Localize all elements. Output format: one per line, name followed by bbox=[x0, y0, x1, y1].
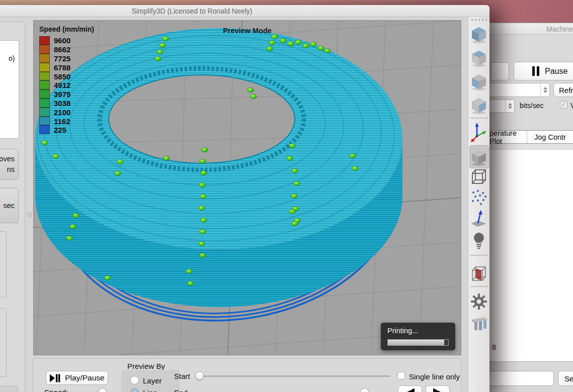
step-forward-button[interactable] bbox=[426, 385, 450, 392]
points-view-button[interactable] bbox=[469, 187, 488, 208]
legend-entry: 1162 bbox=[39, 117, 94, 126]
view-side-cube-button[interactable] bbox=[469, 95, 488, 115]
step-back-icon bbox=[405, 388, 415, 392]
axes-view-button[interactable] bbox=[469, 121, 488, 144]
start-slider-track[interactable] bbox=[197, 375, 390, 377]
speed-label: Speed: bbox=[44, 388, 68, 392]
view-top-cube-button[interactable] bbox=[469, 48, 488, 68]
tab-jog-controls[interactable]: Jog Contr bbox=[527, 131, 566, 143]
show-travel-moves-button[interactable]: oves ns bbox=[0, 149, 19, 180]
pause-button[interactable]: Pause bbox=[514, 62, 573, 80]
printing-progressbar bbox=[387, 339, 449, 346]
legend-entry: 225 bbox=[39, 126, 94, 135]
solid-view-button[interactable] bbox=[469, 147, 488, 167]
legend-entry: 9600 bbox=[39, 36, 94, 45]
step-forward-icon bbox=[433, 388, 443, 392]
radio-line[interactable] bbox=[130, 388, 139, 392]
legend-value: 5850 bbox=[50, 72, 70, 81]
speed-slider-thumb[interactable] bbox=[98, 388, 107, 392]
legend-value: 7725 bbox=[50, 54, 70, 63]
toolbar-separator-1 bbox=[470, 118, 487, 119]
connect-button-partial[interactable] bbox=[491, 62, 509, 80]
machine-tabbar: perature Plot Jog Contr bbox=[487, 130, 573, 144]
machine-title: Machine bbox=[546, 25, 573, 33]
window-titlebar[interactable]: Simplify3D (Licensed to Ronald Neely) bbox=[0, 5, 489, 17]
layer-label: Layer bbox=[143, 376, 162, 385]
log-text: 8 bbox=[492, 343, 496, 351]
legend-value: 1162 bbox=[50, 117, 70, 126]
travel-label-2: ns bbox=[7, 164, 15, 175]
normals-view-button[interactable] bbox=[469, 209, 488, 229]
end-label: End bbox=[174, 388, 188, 392]
legend-value: 2100 bbox=[50, 108, 70, 117]
supports-button[interactable] bbox=[469, 314, 488, 334]
view-toolbar bbox=[468, 17, 489, 392]
end-slider-thumb[interactable] bbox=[360, 388, 369, 392]
refresh-label: Refr bbox=[559, 86, 573, 94]
play-pause-icon bbox=[49, 374, 60, 382]
legend-value: 4912 bbox=[50, 81, 70, 89]
legend-value: 8662 bbox=[50, 45, 70, 54]
tab-content-strip bbox=[487, 144, 573, 150]
speed-legend: Speed (mm/min) 9600866277256788585049123… bbox=[39, 25, 94, 135]
panel-resize-dot[interactable] bbox=[27, 213, 32, 217]
command-input[interactable] bbox=[488, 371, 554, 386]
legend-entry: 2100 bbox=[39, 108, 94, 117]
radio-layer[interactable] bbox=[130, 376, 139, 384]
lighting-bulb-button[interactable] bbox=[469, 231, 488, 251]
left-groupbox-2 bbox=[0, 308, 7, 377]
legend-value: 9600 bbox=[50, 36, 70, 45]
baud-stepper-icon[interactable] bbox=[505, 100, 514, 112]
model-list-item: o) bbox=[9, 54, 15, 62]
play-pause-label: Play/Pause bbox=[65, 373, 104, 382]
view-front-cube-button[interactable] bbox=[469, 71, 488, 91]
play-pause-button[interactable]: Play/Pause bbox=[46, 371, 108, 385]
toolbar-separator-2 bbox=[470, 255, 487, 256]
view-default-cube-button[interactable] bbox=[469, 24, 488, 44]
legend-entry: 7725 bbox=[39, 54, 94, 63]
machine-log-area[interactable]: 8 bbox=[487, 150, 573, 361]
verbose-checkbox[interactable]: ✓ bbox=[560, 101, 567, 109]
simplify3d-window: Simplify3D (Licensed to Ronald Neely) o)… bbox=[0, 5, 489, 392]
send-label: Se bbox=[564, 374, 573, 383]
legend-entry: 6788 bbox=[39, 63, 94, 72]
send-button[interactable]: Se bbox=[558, 371, 573, 386]
cross-section-button[interactable] bbox=[469, 263, 488, 283]
step-back-button[interactable] bbox=[398, 385, 422, 392]
legend-swatch bbox=[39, 80, 50, 89]
preview-mode-label: Preview Mode bbox=[34, 27, 461, 35]
left-groupbox-3 bbox=[0, 386, 18, 392]
printing-popup: Printing... bbox=[381, 323, 455, 350]
settings-gear-button[interactable] bbox=[469, 291, 488, 312]
legend-value: 6788 bbox=[50, 63, 70, 72]
single-line-checkbox[interactable] bbox=[397, 372, 405, 379]
tab-temperature-plot[interactable]: perature Plot bbox=[487, 131, 527, 143]
line-label: Line bbox=[143, 388, 157, 392]
port-combobox[interactable] bbox=[488, 83, 550, 97]
start-slider-thumb[interactable] bbox=[195, 371, 204, 380]
combo-stepper-icon[interactable] bbox=[540, 83, 549, 96]
machine-titlebar[interactable]: Machine bbox=[487, 23, 573, 35]
legend-entry: 4912 bbox=[39, 81, 94, 90]
toolbar-separator-3 bbox=[470, 286, 487, 287]
preview-viewport[interactable]: Speed (mm/min) 9600866277256788585049123… bbox=[33, 20, 461, 355]
baud-rate-field[interactable] bbox=[488, 100, 515, 113]
wireframe-view-button[interactable] bbox=[469, 166, 488, 186]
legend-entry: 3038 bbox=[39, 99, 94, 108]
window-title: Simplify3D (Licensed to Ronald Neely) bbox=[0, 7, 489, 15]
left-groupbox-1 bbox=[0, 231, 7, 298]
machine-command-bar: Se bbox=[487, 361, 573, 392]
legend-entry: 5850 bbox=[39, 72, 94, 81]
pause-icon bbox=[532, 66, 539, 76]
speed-units-label: sec bbox=[3, 201, 15, 211]
refresh-button[interactable]: Refr bbox=[553, 83, 573, 97]
model-listbox[interactable]: o) bbox=[0, 40, 19, 139]
bits-per-sec-label: bits/sec bbox=[520, 102, 543, 110]
legend-swatch bbox=[39, 45, 50, 54]
legend-swatch bbox=[39, 108, 50, 117]
preview-by-label: Preview By bbox=[127, 362, 165, 370]
speed-units-button[interactable]: sec bbox=[0, 188, 19, 223]
travel-label-1: oves bbox=[0, 154, 15, 164]
legend-swatch bbox=[39, 72, 50, 81]
toolbar-drag-handle[interactable] bbox=[471, 19, 487, 21]
